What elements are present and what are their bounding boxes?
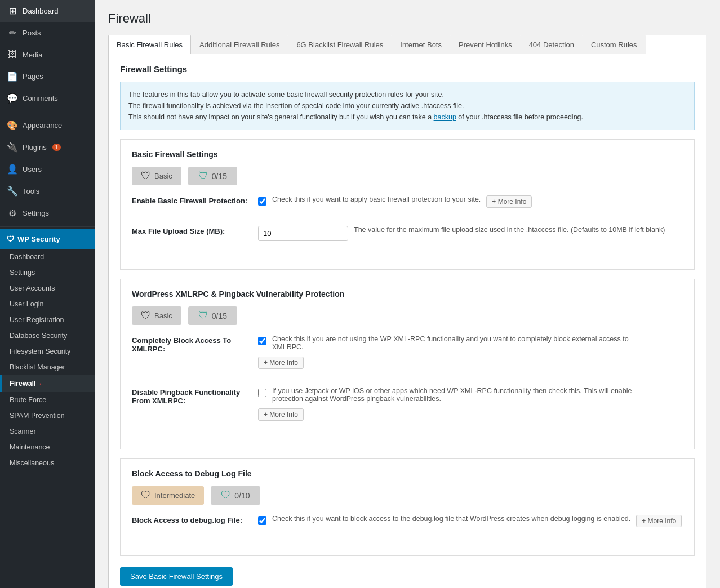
checkbox-block-xmlrpc[interactable]	[258, 337, 266, 345]
wpsec-header[interactable]: 🛡 WP Security	[0, 229, 95, 249]
sidebar-item-appearance[interactable]: 🎨 Appearance	[0, 114, 95, 136]
setting-control-enable-basic-firewall: Check this if you want to apply basic fi…	[258, 195, 532, 208]
users-icon: 👤	[7, 164, 18, 175]
dashboard-icon: ⊞	[7, 6, 18, 16]
setting-control-max-file-upload: The value for the maximum file upload si…	[258, 226, 665, 241]
sidebar-item-wpsec-settings[interactable]: Settings	[0, 265, 95, 280]
sidebar-item-wpsec-maintenance[interactable]: Maintenance	[0, 439, 95, 455]
plugins-icon: 🔌	[7, 142, 18, 153]
setting-desc-block-xmlrpc: Check this if you are not using the WP X…	[272, 335, 655, 351]
sidebar-item-tools-label: Tools	[23, 187, 39, 195]
save-basic-firewall-settings-button[interactable]: Save Basic Firewall Settings	[120, 567, 233, 586]
sidebar-item-wpsec-database-security[interactable]: Database Security	[0, 328, 95, 344]
sidebar-item-wpsec-firewall[interactable]: Firewall ←	[0, 375, 95, 392]
badge-score-xmlrpc: 🛡 0/15	[188, 306, 237, 325]
sidebar-item-wpsec-miscellaneous[interactable]: Miscellaneous	[0, 455, 95, 471]
sidebar-item-wpsec-brute-force[interactable]: Brute Force	[0, 392, 95, 408]
more-info-disable-pingback[interactable]: + More Info	[258, 408, 304, 421]
sidebar-item-wpsec-spam-prevention[interactable]: SPAM Prevention	[0, 408, 95, 424]
tab-additional-firewall-rules[interactable]: Additional Firewall Rules	[191, 35, 288, 54]
basic-firewall-badges: 🛡 Basic 🛡 0/15	[132, 167, 683, 185]
shield-check-icon-debug: 🛡	[221, 489, 231, 501]
appearance-icon: 🎨	[7, 120, 18, 131]
badge-label-xmlrpc: Basic	[154, 311, 172, 320]
badge-score-debug-value: 0/10	[234, 491, 250, 500]
badge-shield-debug: 🛡 Intermediate	[132, 486, 204, 505]
setting-control-block-xmlrpc: Check this if you are not using the WP X…	[258, 335, 683, 369]
firewall-settings-panel: Firewall Settings The features in this t…	[108, 54, 706, 588]
tab-basic-firewall-rules[interactable]: Basic Firewall Rules	[108, 35, 191, 54]
sidebar-item-tools[interactable]: 🔧 Tools	[0, 180, 95, 202]
sidebar: ⊞ Dashboard ✏ Posts 🖼 Media 📄 Pages 💬 Co…	[0, 0, 95, 588]
sidebar-item-wpsec-user-accounts[interactable]: User Accounts	[0, 280, 95, 296]
tab-internet-bots[interactable]: Internet Bots	[392, 35, 450, 54]
debug-log-section-title: Block Access to Debug Log File	[132, 469, 683, 478]
sidebar-item-wpsec-blacklist-manager[interactable]: Blacklist Manager	[0, 359, 95, 375]
setting-label-block-xmlrpc: Completely Block Access To XMLRPC:	[132, 335, 250, 353]
sidebar-item-posts[interactable]: ✏ Posts	[0, 22, 95, 44]
backup-link[interactable]: backup	[434, 113, 456, 121]
checkbox-enable-basic-firewall[interactable]	[258, 197, 266, 206]
firewall-settings-heading: Firewall Settings	[120, 64, 695, 74]
more-info-block-debug-log[interactable]: + More Info	[636, 515, 682, 527]
debug-log-section: Block Access to Debug Log File 🛡 Interme…	[120, 458, 695, 556]
comments-icon: 💬	[7, 93, 18, 104]
pages-icon: 📄	[7, 71, 18, 82]
badge-score-xmlrpc-value: 0/15	[212, 311, 227, 320]
sidebar-item-settings-label: Settings	[23, 209, 49, 217]
sidebar-item-wpsec-filesystem-security[interactable]: Filesystem Security	[0, 344, 95, 359]
sidebar-item-pages[interactable]: 📄 Pages	[0, 65, 95, 87]
sidebar-item-wpsec-user-login[interactable]: User Login	[0, 296, 95, 312]
badge-shield-xmlrpc: 🛡 Basic	[132, 306, 181, 325]
firewall-arrow-icon: ←	[38, 379, 46, 388]
tab-6g-blacklist[interactable]: 6G Blacklist Firewall Rules	[288, 35, 392, 54]
sidebar-item-users[interactable]: 👤 Users	[0, 158, 95, 180]
badge-score-basic: 🛡 0/15	[188, 167, 237, 185]
input-max-file-upload[interactable]	[258, 226, 348, 241]
sidebar-item-wpsec-dashboard[interactable]: Dashboard	[0, 249, 95, 265]
checkbox-disable-pingback[interactable]	[258, 389, 266, 397]
more-info-enable-basic-firewall[interactable]: + More Info	[486, 195, 532, 208]
sidebar-item-posts-label: Posts	[23, 29, 41, 37]
sidebar-item-appearance-label: Appearance	[23, 121, 62, 130]
setting-desc-block-debug-log: Check this if you want to block access t…	[272, 515, 630, 523]
settings-icon: ⚙	[7, 208, 18, 219]
more-info-block-xmlrpc[interactable]: + More Info	[258, 357, 304, 369]
shield-check-icon-xmlrpc: 🛡	[198, 310, 208, 322]
setting-label-block-debug-log: Block Access to debug.log File:	[132, 515, 250, 524]
setting-label-enable-basic-firewall: Enable Basic Firewall Protection:	[132, 195, 250, 205]
tools-icon: 🔧	[7, 186, 18, 197]
badge-score-debug: 🛡 0/10	[211, 486, 260, 505]
xmlrpc-badges: 🛡 Basic 🛡 0/15	[132, 306, 683, 325]
checkbox-block-debug-log[interactable]	[258, 516, 266, 525]
page-title: Firewall	[108, 11, 706, 26]
sidebar-item-settings[interactable]: ⚙ Settings	[0, 202, 95, 224]
sidebar-item-plugins[interactable]: 🔌 Plugins 1	[0, 136, 95, 158]
tab-prevent-hotlinks[interactable]: Prevent Hotlinks	[450, 35, 521, 54]
sidebar-item-dashboard[interactable]: ⊞ Dashboard	[0, 0, 95, 22]
setting-label-max-file-upload: Max File Upload Size (MB):	[132, 226, 250, 235]
badge-label-basic: Basic	[154, 172, 172, 180]
setting-max-file-upload: Max File Upload Size (MB): The value for…	[132, 226, 683, 249]
xmlrpc-section: WordPress XMLRPC & Pingback Vulnerabilit…	[120, 279, 695, 449]
shield-icon-debug: 🛡	[141, 489, 151, 501]
media-icon: 🖼	[7, 50, 18, 60]
wpsec-subnav: Dashboard Settings User Accounts User Lo…	[0, 249, 95, 471]
setting-block-debug-log: Block Access to debug.log File: Check th…	[132, 515, 683, 535]
tab-404-detection[interactable]: 404 Detection	[521, 35, 583, 54]
sidebar-item-users-label: Users	[23, 165, 42, 173]
setting-enable-basic-firewall: Enable Basic Firewall Protection: Check …	[132, 195, 683, 216]
sidebar-item-plugins-label: Plugins	[23, 143, 47, 152]
tab-custom-rules[interactable]: Custom Rules	[583, 35, 646, 54]
setting-control-disable-pingback: If you use Jetpack or WP iOS or other ap…	[258, 387, 683, 421]
setting-control-block-debug-log: Check this if you want to block access t…	[258, 515, 682, 527]
sidebar-item-wpsec-user-registration[interactable]: User Registration	[0, 312, 95, 328]
sidebar-item-media[interactable]: 🖼 Media	[0, 44, 95, 65]
sidebar-item-comments[interactable]: 💬 Comments	[0, 87, 95, 109]
wpsec-shield-icon: 🛡	[7, 235, 14, 243]
sidebar-item-wpsec-scanner[interactable]: Scanner	[0, 424, 95, 439]
main-content: Firewall Basic Firewall Rules Additional…	[95, 0, 720, 588]
setting-label-disable-pingback: Disable Pingback Functionality From XMLR…	[132, 387, 250, 405]
shield-icon: 🛡	[141, 170, 151, 182]
wpsec-header-label: WP Security	[17, 235, 60, 243]
